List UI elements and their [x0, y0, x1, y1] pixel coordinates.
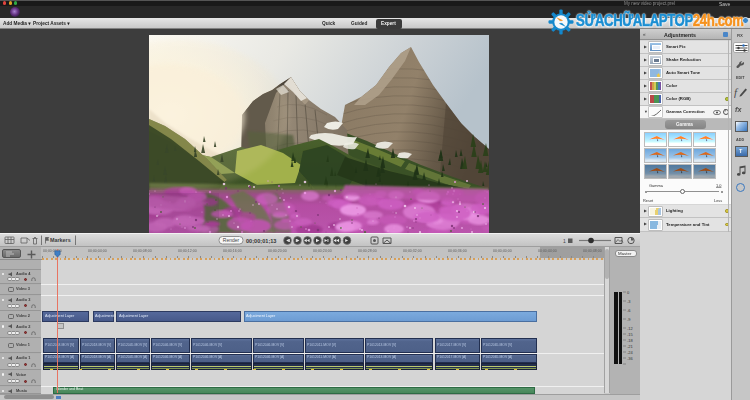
svg-text:-9: -9 — [627, 317, 631, 322]
svg-text:f: f — [734, 86, 739, 98]
svg-text:0: 0 — [627, 290, 630, 295]
svg-text:1: 1 — [563, 238, 566, 244]
svg-text:Markers: Markers — [50, 237, 71, 243]
svg-text:-18: -18 — [627, 338, 634, 343]
svg-text:-15: -15 — [627, 332, 634, 337]
svg-text:-12: -12 — [627, 326, 634, 331]
svg-text:-24: -24 — [627, 350, 634, 355]
svg-text:Render: Render — [223, 237, 240, 243]
svg-text:00;00;01;13: 00;00;01;13 — [246, 238, 276, 244]
svg-text:-36: -36 — [627, 356, 634, 361]
svg-text:-21: -21 — [627, 344, 634, 349]
svg-text:-3: -3 — [627, 299, 631, 304]
svg-text:-6: -6 — [627, 308, 631, 313]
